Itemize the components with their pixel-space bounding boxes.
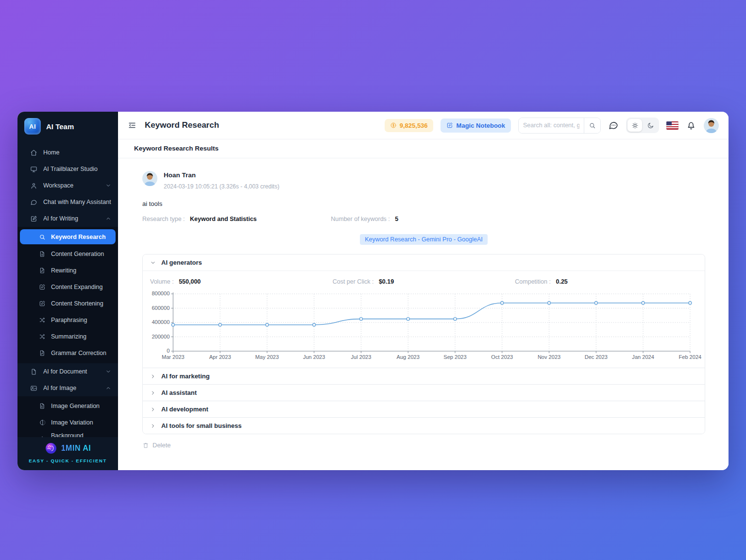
keyword-accordion: AI generators Volume : 550,000 Cost per … (142, 254, 705, 434)
sidebar-item-label: Image Generation (51, 403, 100, 409)
home-icon (30, 149, 37, 156)
delete-button[interactable]: Delete (142, 441, 171, 449)
chevron-right-icon (150, 390, 156, 396)
accordion-title: AI tools for small business (161, 422, 241, 429)
model-badge-row: Keyword Research - Gemini Pro - GoogleAI (142, 234, 705, 245)
svg-text:400000: 400000 (152, 320, 170, 325)
chevron-down-icon (150, 260, 156, 266)
keywords-count-value: 5 (395, 216, 398, 222)
sidebar-item-workspace[interactable]: Workspace (17, 177, 118, 194)
app-logo-row[interactable]: AI AI Team (17, 112, 118, 140)
sidebar-item-image-generation[interactable]: Image Generation (17, 398, 118, 414)
svg-text:Sep 2023: Sep 2023 (443, 354, 466, 360)
credits-badge[interactable]: 9,825,536 (385, 119, 433, 132)
file-pen-icon (39, 267, 46, 274)
accordion-header-ai-assistant[interactable]: AI assistant (143, 385, 705, 401)
accordion-section-ai-generators: AI generators Volume : 550,000 Cost per … (143, 255, 705, 368)
chevron-right-icon (150, 407, 156, 412)
brand-tagline: EASY - QUICK - EFFICIENT (21, 458, 114, 463)
competition-label: Competition : (515, 278, 551, 285)
accordion-header-ai-for-marketing[interactable]: AI for marketing (143, 368, 705, 384)
magic-notebook-button[interactable]: Magic Notebook (441, 119, 511, 133)
sun-icon (631, 122, 639, 129)
sidebar-item-ai-for-writing[interactable]: AI for Writing (17, 210, 118, 227)
accordion-title: AI assistant (161, 389, 197, 396)
chevron-up-icon (105, 216, 111, 221)
sidebar-item-background-replacement[interactable]: Background Replacement (17, 431, 118, 437)
dark-mode-button[interactable] (643, 119, 658, 132)
svg-text:Jan 2024: Jan 2024 (632, 354, 654, 360)
svg-text:Aug 2023: Aug 2023 (397, 354, 420, 360)
sidebar-item-summarizing[interactable]: Summarizing (17, 328, 118, 345)
sidebar-item-home[interactable]: Home (17, 144, 118, 161)
chevron-up-icon (105, 385, 111, 391)
svg-text:Dec 2023: Dec 2023 (585, 354, 608, 360)
svg-text:Nov 2023: Nov 2023 (538, 354, 560, 360)
sidebar-item-label: AI for Writing (43, 215, 100, 222)
edit-square-icon (30, 215, 37, 222)
person-icon (30, 182, 37, 189)
light-mode-button[interactable] (627, 119, 642, 132)
keyword-stats-row: Volume : 550,000 Cost per Click : $0.19 … (143, 271, 705, 286)
language-flag-us[interactable] (666, 121, 678, 130)
sidebar-item-ai-trailblazer-studio[interactable]: AI Trailblazer Studio (17, 161, 118, 177)
sidebar-item-grammar-correction[interactable]: Grammar Correction (17, 345, 118, 361)
magic-notebook-label: Magic Notebook (457, 122, 505, 129)
accordion-header-ai-generators[interactable]: AI generators (143, 255, 705, 271)
accordion-section-ai-assistant: AI assistant (143, 384, 705, 401)
accordion-title: AI development (161, 406, 208, 413)
avatar (142, 171, 157, 186)
edit-square-icon (446, 122, 453, 129)
notifications-bell-icon[interactable] (686, 120, 696, 131)
svg-text:Oct 2023: Oct 2023 (491, 354, 513, 360)
file-icon (30, 368, 37, 375)
sidebar-item-label: Chat with Many Assistants (43, 199, 111, 205)
sidebar: AI AI Team Home AI Trailblazer Studio Wo… (17, 112, 118, 470)
chevron-down-icon (105, 183, 111, 188)
feedback-chat-icon[interactable] (608, 120, 619, 131)
sidebar-item-rewriting[interactable]: Rewriting (17, 262, 118, 279)
sidebar-item-paraphrasing[interactable]: Paraphrasing (17, 312, 118, 328)
sidebar-item-label: Summarizing (51, 333, 86, 340)
sidebar-item-content-expanding[interactable]: Content Expanding (17, 279, 118, 295)
sidebar-item-label: Image Variation (51, 419, 93, 426)
sidebar-item-content-shortening[interactable]: Content Shortening (17, 295, 118, 312)
accordion-header-ai-tools-for-small-business[interactable]: AI tools for small business (143, 418, 705, 434)
search-submit-icon[interactable] (584, 118, 600, 133)
sidebar-item-ai-for-image[interactable]: AI for Image (17, 380, 118, 396)
sidebar-item-ai-for-document[interactable]: AI for Document (17, 363, 118, 380)
svg-text:Mar 2023: Mar 2023 (162, 354, 185, 360)
accordion-title: AI generators (161, 259, 202, 266)
sidebar-group-ai-for-writing: Keyword Research Content Generation Rewr… (17, 227, 118, 363)
sidebar-item-image-variation[interactable]: Image Variation (17, 414, 118, 431)
competition-stat: Competition : 0.25 (515, 278, 697, 285)
search-input[interactable] (519, 118, 584, 133)
user-avatar[interactable] (704, 118, 719, 133)
sidebar-item-label: Home (43, 149, 111, 156)
cpc-value: $0.19 (379, 278, 394, 285)
sidebar-item-keyword-research[interactable]: Keyword Research (20, 229, 116, 244)
keywords-count: Number of keywords : 5 (331, 216, 705, 222)
svg-text:May 2023: May 2023 (255, 354, 279, 360)
svg-text:600000: 600000 (152, 305, 170, 311)
collapse-sidebar-icon[interactable] (128, 121, 136, 130)
sidebar-item-content-generation[interactable]: Content Generation (17, 246, 118, 262)
research-type-label: Research type : (142, 216, 185, 222)
page-title: Keyword Research (145, 120, 219, 130)
sidebar-item-label: Content Generation (51, 251, 104, 257)
sidebar-item-label: AI Trailblazer Studio (43, 166, 111, 172)
cpc-stat: Cost per Click : $0.19 (333, 278, 515, 285)
sidebar-item-label: AI for Document (43, 368, 100, 375)
global-search (518, 118, 601, 134)
sidebar-item-chat-with-many-assistants[interactable]: Chat with Many Assistants (17, 194, 118, 210)
volume-label: Volume : (150, 278, 174, 285)
sidebar-item-label: Content Shortening (51, 300, 103, 307)
file-image-icon (39, 403, 46, 409)
result-timestamp: 2024-03-19 10:05:21 (3.326s - 4,003 cred… (164, 183, 279, 190)
theme-toggle (626, 118, 659, 133)
volume-trend-chart: 0200000400000600000800000Mar 2023Apr 202… (143, 286, 705, 368)
moon-icon (647, 122, 654, 129)
svg-text:0: 0 (167, 348, 170, 354)
author-name: Hoan Tran (164, 171, 279, 179)
accordion-header-ai-development[interactable]: AI development (143, 401, 705, 417)
